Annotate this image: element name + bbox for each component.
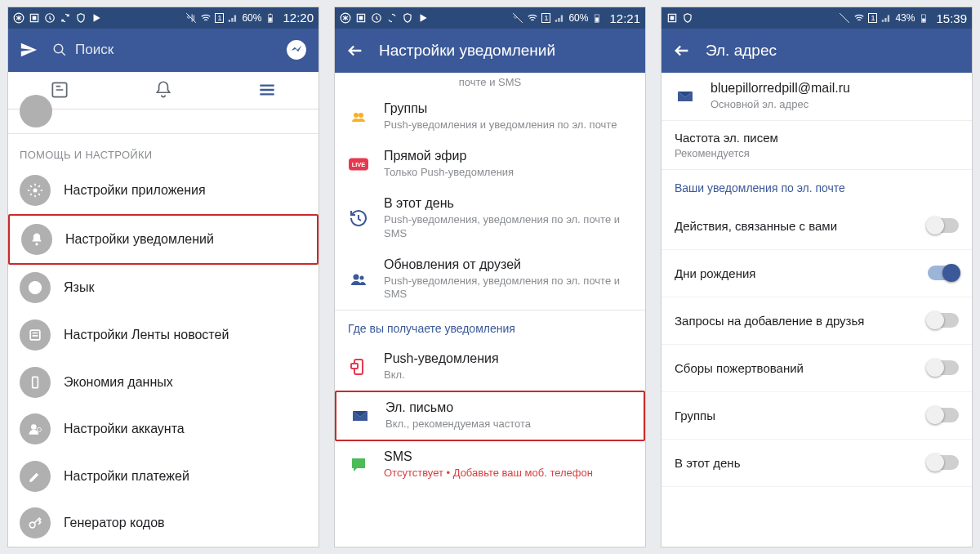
notif-item-onthisday[interactable]: В этот деньPush-уведомления, уведомления… — [335, 188, 645, 249]
asterisk-icon — [13, 12, 24, 24]
toggle-friendreq[interactable]: Запросы на добавление в друзья — [662, 297, 972, 345]
mail-icon — [673, 87, 697, 106]
switch[interactable] — [928, 360, 959, 375]
svg-point-15 — [31, 424, 37, 430]
tab-menu-icon[interactable] — [256, 79, 278, 101]
wifi-icon — [853, 12, 865, 24]
battery-icon — [591, 12, 603, 24]
email-row[interactable]: bluepillorredpill@mail.ruОсновной эл. ад… — [662, 73, 972, 120]
history-icon — [346, 208, 371, 228]
toggle-birthdays[interactable]: Дни рождения — [662, 250, 972, 297]
tab-row — [8, 72, 318, 109]
appbar-email: Эл. адрес — [662, 29, 972, 73]
switch[interactable] — [928, 266, 959, 280]
search-icon — [52, 42, 67, 57]
vibrate-icon — [512, 12, 523, 24]
tab-notifications-icon[interactable] — [153, 79, 174, 101]
push-icon — [346, 357, 371, 377]
svg-point-7 — [54, 45, 63, 54]
channel-sms[interactable]: SMSОтсутствует • Добавьте ваш моб. телеф… — [335, 441, 645, 489]
svg-rect-31 — [351, 364, 358, 369]
mail-icon — [348, 406, 372, 426]
clock-text: 12:20 — [283, 11, 314, 25]
svg-point-25 — [359, 113, 363, 118]
toggle-onthisday[interactable]: В этот день — [662, 440, 972, 487]
appbar-search: Поиск — [8, 29, 318, 72]
status-bar: 1 60% 12:21 — [335, 7, 645, 29]
vibrate-icon — [839, 12, 850, 24]
section-header: ПОМОЩЬ И НАСТРОЙКИ — [8, 134, 318, 168]
svg-text:LIVE: LIVE — [352, 161, 366, 168]
settings-item-account[interactable]: Настройки аккаунта — [8, 405, 318, 453]
channel-email[interactable]: Эл. письмоВкл., рекомендуемая частота — [335, 391, 645, 441]
svg-point-10 — [33, 189, 38, 193]
live-icon: LIVE — [346, 154, 371, 174]
toggle-actions[interactable]: Действия, связанные с вами — [662, 203, 972, 250]
signal-icon — [880, 12, 892, 24]
svg-point-28 — [354, 274, 359, 279]
frequency-row[interactable]: Частота эл. писем Рекомендуется — [662, 120, 972, 170]
tab-feed-icon[interactable] — [49, 79, 70, 101]
battery-pct: 43% — [895, 12, 915, 24]
svg-rect-35 — [923, 19, 926, 22]
svg-point-24 — [354, 113, 359, 118]
settings-item-notifications[interactable]: Настройки уведомлений — [8, 214, 318, 265]
svg-point-16 — [38, 427, 42, 431]
toggle-groups[interactable]: Группы — [662, 392, 972, 440]
notif-item-live[interactable]: LIVE Прямой эфирТолько Push-уведомления — [335, 141, 645, 188]
settings-item-newsfeed[interactable]: Настройки Ленты новостей — [8, 311, 318, 359]
svg-point-17 — [29, 522, 35, 528]
partial-text: почте и SMS — [335, 73, 645, 93]
sim-icon: 1 — [868, 13, 877, 23]
phone-screen-1: 1 60% 12:20 Поиск ПОМОЩЬ И НАСТРОЙКИ Нас… — [7, 7, 319, 547]
switch[interactable] — [928, 455, 959, 470]
section-where: Где вы получаете уведомления — [335, 310, 645, 343]
settings-item-payments[interactable]: Настройки платежей — [8, 453, 318, 500]
gear-icon — [20, 175, 51, 206]
shield-icon — [75, 12, 87, 24]
vibrate-icon — [185, 12, 197, 24]
clock-text: 12:21 — [609, 11, 640, 25]
settings-item-datasaver[interactable]: Экономия данных — [8, 359, 318, 406]
switch[interactable] — [928, 408, 959, 422]
svg-rect-2 — [33, 16, 37, 20]
messenger-icon[interactable] — [286, 39, 307, 60]
battery-icon — [265, 12, 276, 24]
notif-item-friends[interactable]: Обновления от друзейPush-уведомления, ув… — [335, 249, 645, 311]
svg-rect-5 — [270, 17, 273, 21]
settings-item-codegen[interactable]: Генератор кодов — [8, 499, 318, 547]
asterisk-icon — [340, 12, 351, 24]
globe-icon — [20, 272, 51, 303]
groups-icon — [346, 107, 371, 127]
account-icon — [20, 413, 51, 445]
svg-rect-20 — [359, 16, 363, 20]
appbar-notifications: Настройки уведомлений — [335, 29, 645, 73]
notif-item-groups[interactable]: ГруппыPush-уведомления и уведомления по … — [335, 93, 645, 141]
toggle-fundraisers[interactable]: Сборы пожертвований — [662, 345, 972, 392]
shield-icon — [402, 12, 413, 24]
bell-icon — [21, 224, 52, 255]
channel-push[interactable]: Push-уведомленияВкл. — [335, 343, 645, 391]
avatar-row — [8, 109, 318, 134]
search-input[interactable]: Поиск — [52, 42, 271, 58]
play-icon — [91, 12, 102, 24]
back-icon[interactable] — [673, 42, 691, 60]
clock-icon — [371, 12, 382, 24]
back-icon[interactable] — [346, 42, 364, 60]
sync-icon — [386, 12, 398, 24]
switch[interactable] — [928, 218, 959, 233]
sync-icon — [60, 12, 71, 24]
svg-rect-14 — [33, 377, 38, 387]
settings-item-language[interactable]: Язык — [8, 265, 318, 312]
page-title: Эл. адрес — [706, 42, 777, 60]
settings-item-app[interactable]: Настройки приложения — [8, 168, 318, 215]
avatar[interactable] — [20, 95, 52, 127]
switch[interactable] — [928, 313, 959, 328]
pencil-icon — [20, 461, 51, 492]
screenshot-icon — [29, 12, 40, 24]
battery-pct: 60% — [568, 12, 588, 24]
sms-icon — [346, 455, 371, 475]
status-bar: 1 60% 12:20 — [8, 7, 318, 29]
feed-icon — [20, 319, 51, 351]
send-icon[interactable] — [20, 41, 38, 59]
